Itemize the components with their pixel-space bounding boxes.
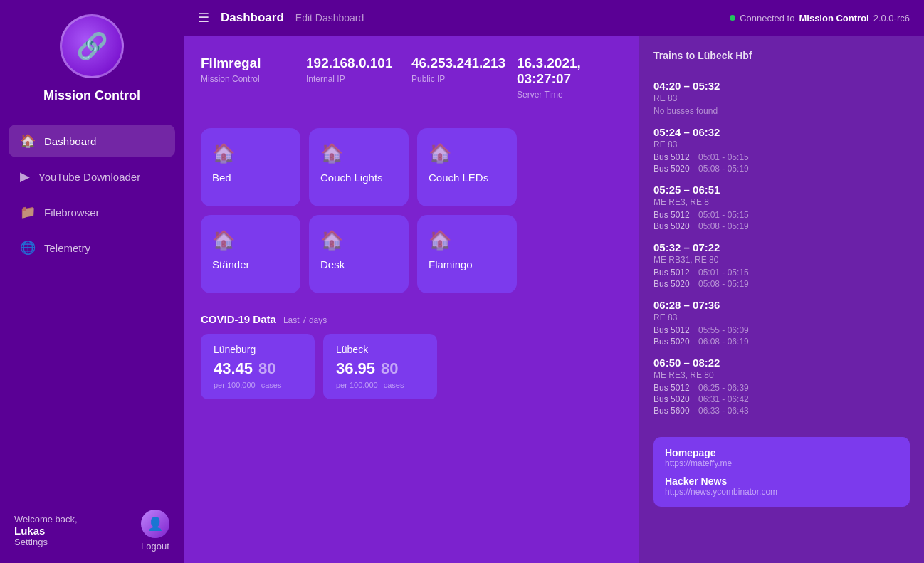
sidebar-youtube-icon: ▶ bbox=[20, 169, 30, 184]
covid-per-0: per 100.000 bbox=[214, 381, 256, 389]
app-logo: 🔗 bbox=[60, 14, 124, 78]
train-time-4: 06:28 – 07:36 bbox=[653, 299, 910, 311]
info-card-label-2: Public IP bbox=[411, 74, 517, 84]
sidebar-user-info: Welcome back, Lukas Settings bbox=[14, 514, 78, 547]
train-bus-4-1: Bus 5020 06:08 - 06:19 bbox=[653, 337, 910, 347]
device-icon-2: 🏠 bbox=[429, 142, 451, 164]
connection-text: Connected to bbox=[740, 13, 794, 23]
link-item-1[interactable]: Hacker News https://news.ycombinator.com bbox=[665, 475, 898, 497]
info-card-1: 192.168.0.101 Internal IP bbox=[306, 53, 411, 111]
connection-name: Mission Control bbox=[799, 13, 868, 23]
info-card-value-3: 16.3.2021, 03:27:07 bbox=[517, 56, 622, 87]
train-bus-5-2: Bus 5600 06:33 - 06:43 bbox=[653, 406, 910, 416]
train-buses-3: Bus 5012 05:01 - 05:15 Bus 5020 05:08 - … bbox=[653, 268, 910, 289]
sidebar-welcome: Welcome back, bbox=[14, 514, 78, 525]
device-card-1[interactable]: 🏠 Couch Lights bbox=[309, 128, 409, 206]
train-buses-5: Bus 5012 06:25 - 06:39 Bus 5020 06:31 - … bbox=[653, 383, 910, 416]
train-time-0: 04:20 – 05:32 bbox=[653, 80, 910, 92]
content: Filmregal Mission Control 192.168.0.101 … bbox=[184, 36, 924, 563]
covid-card-1: Lübeck 36.95 80 per 100.000 cases bbox=[323, 334, 437, 399]
edit-dashboard-button[interactable]: Edit Dashboard bbox=[295, 12, 364, 23]
device-card-2[interactable]: 🏠 Couch LEDs bbox=[417, 128, 517, 206]
link-url-1: https://news.ycombinator.com bbox=[665, 487, 898, 497]
covid-numbers-0: 43.45 80 bbox=[214, 359, 302, 378]
avatar: 👤 bbox=[141, 510, 169, 538]
device-icon-1: 🏠 bbox=[320, 142, 343, 164]
info-card-value-0: Filmregal bbox=[201, 56, 306, 71]
link-name-0: Homepage bbox=[665, 447, 898, 458]
sidebar-item-youtube[interactable]: ▶ YouTube Downloader bbox=[9, 160, 175, 193]
link-item-0[interactable]: Homepage https://mateffy.me bbox=[665, 447, 898, 468]
device-name-3: Ständer bbox=[212, 258, 250, 270]
menu-icon[interactable]: ☰ bbox=[198, 10, 209, 26]
links-section: Homepage https://mateffy.me Hacker News … bbox=[653, 437, 910, 507]
info-card-label-1: Internal IP bbox=[306, 74, 411, 84]
device-icon-3: 🏠 bbox=[212, 229, 235, 251]
sidebar-item-dashboard[interactable]: 🏠 Dashboard bbox=[9, 125, 175, 157]
settings-link[interactable]: Settings bbox=[14, 537, 78, 547]
app-name: Mission Control bbox=[43, 88, 140, 103]
info-card-label-0: Mission Control bbox=[201, 74, 306, 84]
device-card-4[interactable]: 🏠 Desk bbox=[309, 215, 409, 293]
info-card-3: 16.3.2021, 03:27:07 Server Time bbox=[517, 53, 622, 111]
sidebar-nav: 🏠 Dashboard ▶ YouTube Downloader 📁 Fileb… bbox=[0, 125, 184, 498]
train-line-0: RE 83 bbox=[653, 93, 910, 103]
link-name-1: Hacker News bbox=[665, 475, 898, 487]
sidebar-youtube-label: YouTube Downloader bbox=[38, 171, 140, 183]
train-row-1: 05:24 – 06:32 RE 83 Bus 5012 05:01 - 05:… bbox=[653, 126, 910, 174]
device-name-1: Couch Lights bbox=[320, 172, 383, 184]
covid-cases-label-0: cases bbox=[261, 381, 282, 389]
content-left: Filmregal Mission Control 192.168.0.101 … bbox=[184, 36, 639, 563]
covid-city-0: Lüneburg bbox=[214, 344, 302, 355]
trains-title: Trains to Lübeck Hbf bbox=[653, 50, 910, 61]
train-bus-2-1: Bus 5020 05:08 - 05:19 bbox=[653, 221, 910, 231]
train-row-2: 05:25 – 06:51 ME RE3, RE 8 Bus 5012 05:0… bbox=[653, 184, 910, 231]
connection-dot bbox=[730, 15, 735, 21]
sidebar-item-telemetry[interactable]: 🌐 Telemetry bbox=[9, 231, 175, 264]
train-bus-1-1: Bus 5020 05:08 - 05:19 bbox=[653, 164, 910, 174]
train-line-4: RE 83 bbox=[653, 312, 910, 322]
train-row-3: 05:32 – 07:22 ME RB31, RE 80 Bus 5012 05… bbox=[653, 241, 910, 289]
covid-section: COVID-19 Data Last 7 days Lüneburg 43.45… bbox=[201, 313, 622, 399]
train-bus-3-1: Bus 5020 05:08 - 05:19 bbox=[653, 279, 910, 289]
info-card-0: Filmregal Mission Control bbox=[201, 53, 306, 111]
train-bus-2-0: Bus 5012 05:01 - 05:15 bbox=[653, 210, 910, 220]
covid-cases-label-1: cases bbox=[384, 381, 404, 389]
info-card-2: 46.253.241.213 Public IP bbox=[411, 53, 517, 111]
train-time-2: 05:25 – 06:51 bbox=[653, 184, 910, 196]
device-card-5[interactable]: 🏠 Flamingo bbox=[417, 215, 517, 293]
train-row-4: 06:28 – 07:36 RE 83 Bus 5012 05:55 - 06:… bbox=[653, 299, 910, 347]
sidebar-telemetry-icon: 🌐 bbox=[20, 240, 36, 256]
device-icon-0: 🏠 bbox=[212, 142, 235, 164]
train-row-0: 04:20 – 05:32 RE 83 No busses found bbox=[653, 80, 910, 116]
device-name-5: Flamingo bbox=[429, 258, 473, 270]
sidebar-item-filebrowser[interactable]: 📁 Filebrowser bbox=[9, 196, 175, 228]
train-bus-5-1: Bus 5020 06:31 - 06:42 bbox=[653, 394, 910, 404]
covid-cases-0: 80 bbox=[258, 359, 275, 378]
device-card-0[interactable]: 🏠 Bed bbox=[201, 128, 300, 206]
header: ☰ Dashboard Edit Dashboard Connected to … bbox=[184, 0, 924, 36]
covid-title: COVID-19 Data bbox=[201, 313, 276, 325]
covid-city-1: Lübeck bbox=[336, 344, 424, 355]
logout-button[interactable]: Logout bbox=[141, 541, 169, 552]
train-buses-2: Bus 5012 05:01 - 05:15 Bus 5020 05:08 - … bbox=[653, 210, 910, 231]
train-bus-3-0: Bus 5012 05:01 - 05:15 bbox=[653, 268, 910, 278]
covid-rate-0: 43.45 bbox=[214, 359, 253, 378]
info-card-label-3: Server Time bbox=[517, 90, 622, 100]
device-name-0: Bed bbox=[212, 172, 231, 184]
train-bus-1-0: Bus 5012 05:01 - 05:15 bbox=[653, 152, 910, 162]
device-icon-4: 🏠 bbox=[320, 229, 343, 251]
sidebar-username: Lukas bbox=[14, 525, 78, 537]
covid-header: COVID-19 Data Last 7 days bbox=[201, 313, 622, 325]
device-card-3[interactable]: 🏠 Ständer bbox=[201, 215, 300, 293]
trains-list: 04:20 – 05:32 RE 83 No busses found 05:2… bbox=[653, 80, 910, 426]
train-buses-4: Bus 5012 05:55 - 06:09 Bus 5020 06:08 - … bbox=[653, 325, 910, 347]
covid-subtitle: Last 7 days bbox=[283, 315, 327, 325]
covid-rate-1: 36.95 bbox=[336, 359, 375, 378]
covid-per-1: per 100.000 bbox=[336, 381, 378, 389]
train-line-1: RE 83 bbox=[653, 140, 910, 149]
train-time-5: 06:50 – 08:22 bbox=[653, 357, 910, 369]
device-name-2: Couch LEDs bbox=[429, 172, 488, 184]
info-card-value-2: 46.253.241.213 bbox=[411, 56, 517, 71]
train-line-2: ME RE3, RE 8 bbox=[653, 197, 910, 207]
